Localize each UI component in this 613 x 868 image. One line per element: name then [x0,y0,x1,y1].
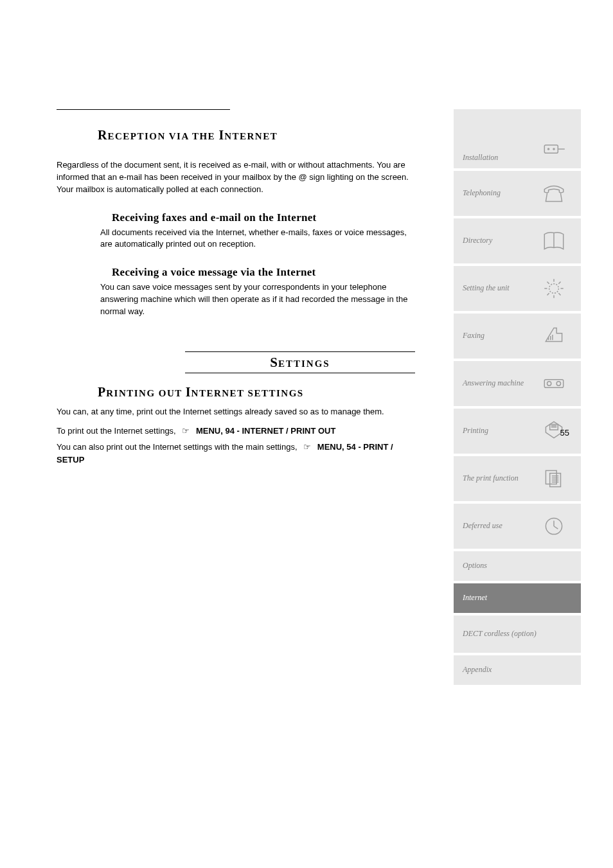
pointer-icon: ☞ [182,425,190,438]
side-tabs: Installation Telephoning Directory Setti… [454,109,581,685]
tab-options[interactable]: Options [454,549,581,581]
tab-print-function[interactable]: The print function [454,454,581,501]
settings-title: SETTINGS [185,352,415,373]
main-content: RECEPTION VIA THE INTERNET Regardless of… [57,109,416,466]
tab-answering-machine[interactable]: Answering machine [454,359,581,406]
document-icon [540,465,568,493]
sub1-text: All documents received via the Internet,… [57,227,416,251]
tab-directory[interactable]: Directory [454,216,581,263]
printing-heading: PRINTING OUT INTERNET SETTINGS [98,385,416,400]
page-number: 55 [560,428,569,438]
sub2-text: You can save voice messages sent by your… [57,281,416,318]
reception-heading: RECEPTION VIA THE INTERNET [98,128,416,143]
document-page: RECEPTION VIA THE INTERNET Regardless of… [0,0,613,498]
svg-line-30 [554,526,558,529]
svg-rect-0 [544,145,558,154]
fax-icon [540,322,568,350]
svg-point-18 [547,382,551,385]
tab-telephoning[interactable]: Telephoning [454,168,581,216]
tab-dect[interactable]: DECT cordless (option) [454,613,581,653]
book-icon [540,227,568,255]
svg-line-12 [558,282,560,284]
svg-line-11 [558,293,560,295]
svg-point-19 [556,382,560,385]
svg-line-13 [547,293,549,295]
settings-body: You can, at any time, print out the Inte… [57,406,416,418]
sun-icon [540,274,568,303]
sub-receiving-faxes: Receiving faxes and e-mail on the Intern… [57,211,416,224]
svg-point-5 [549,284,559,294]
ref-line-2: You can also print out the Internet sett… [57,441,416,466]
tab-setting-unit[interactable]: Setting the unit [454,263,581,311]
phone-icon [540,179,568,208]
svg-point-2 [548,148,549,150]
settings-rule-bottom [185,373,415,373]
ref1-menu: MENU, 94 - INTERNET / PRINT OUT [196,426,335,436]
tab-faxing[interactable]: Faxing [454,311,581,359]
tape-icon [540,369,568,398]
svg-line-10 [547,282,549,284]
sub-receiving-voice: Receiving a voice message via the Intern… [57,266,416,279]
tab-internet[interactable]: Internet [454,581,581,613]
ref-line-1: To print out the Internet settings, ☞ ME… [57,425,416,438]
section-divider [57,109,230,110]
tab-deferred-use[interactable]: Deferred use [454,501,581,549]
socket-icon [540,135,568,163]
svg-point-3 [553,148,555,150]
tab-appendix[interactable]: Appendix [454,653,581,685]
reception-intro: Regardless of the document sent, it is r… [57,159,416,196]
clock-icon [540,512,568,540]
ref1-prefix: To print out the Internet settings, [57,426,176,436]
tab-installation[interactable]: Installation [454,109,581,168]
settings-title-block: SETTINGS [185,351,415,373]
pointer-icon: ☞ [303,441,311,454]
ref2-prefix: You can also print out the Internet sett… [57,442,298,452]
